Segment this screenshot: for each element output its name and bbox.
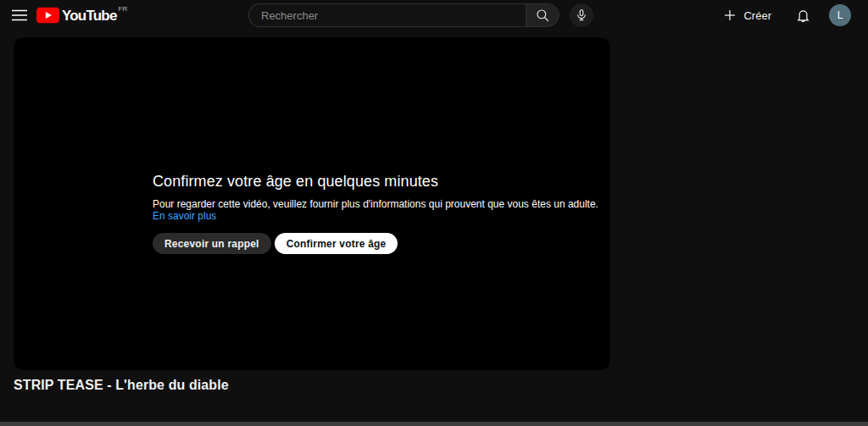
plus-icon — [722, 8, 737, 23]
microphone-icon — [575, 8, 588, 22]
create-button-label: Créer — [743, 9, 771, 22]
horizontal-scrollbar[interactable] — [0, 422, 868, 426]
age-gate-actions: Recevoir un rappel Confirmer votre âge — [153, 233, 610, 254]
search-area — [248, 3, 593, 27]
search-form — [248, 3, 559, 27]
confirm-age-button[interactable]: Confirmer votre âge — [275, 233, 398, 254]
masthead: YouTube FR — [0, 0, 868, 30]
youtube-wordmark: YouTube — [62, 6, 117, 25]
search-input[interactable] — [248, 3, 526, 27]
search-button[interactable] — [526, 3, 559, 27]
notifications-button[interactable] — [793, 5, 813, 25]
video-title: STRIP TEASE - L'herbe du diable — [14, 378, 229, 393]
age-gate-panel: Confirmez votre âge en quelques minutes … — [153, 173, 610, 254]
age-gate-description: Pour regarder cette vidéo, veuillez four… — [153, 198, 610, 222]
bell-icon — [795, 8, 811, 24]
hamburger-icon — [12, 9, 27, 21]
country-code-label: FR — [119, 5, 128, 13]
youtube-logo[interactable]: YouTube FR — [36, 6, 127, 25]
avatar[interactable]: L — [829, 4, 851, 26]
masthead-right: Créer L — [717, 4, 851, 26]
search-icon — [535, 8, 550, 23]
youtube-play-icon — [36, 8, 59, 24]
age-gate-description-text: Pour regarder cette vidéo, veuillez four… — [153, 198, 598, 210]
voice-search-button[interactable] — [570, 3, 593, 27]
video-player: Confirmez votre âge en quelques minutes … — [14, 37, 610, 370]
avatar-initial: L — [837, 9, 843, 21]
create-button[interactable]: Créer — [717, 5, 776, 25]
reminder-button[interactable]: Recevoir un rappel — [153, 233, 271, 254]
guide-menu-button[interactable] — [8, 4, 31, 26]
age-gate-title: Confirmez votre âge en quelques minutes — [153, 173, 610, 191]
learn-more-link[interactable]: En savoir plus — [153, 210, 216, 222]
